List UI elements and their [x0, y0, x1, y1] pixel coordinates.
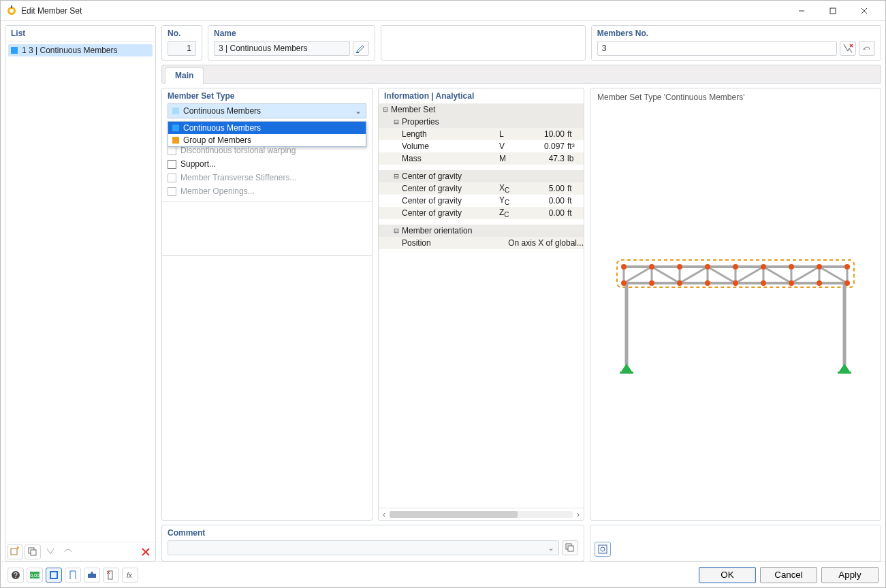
no-field[interactable]: 1 — [168, 41, 196, 56]
type-subpanel-2 — [162, 255, 372, 520]
svg-line-32 — [763, 267, 791, 283]
top-fields: No. 1 Name 3 | Continuous Members Member… — [161, 25, 881, 61]
no-value: 1 — [187, 44, 191, 53]
copy-item-button[interactable] — [25, 544, 41, 559]
dropdown-option-group[interactable]: Group of Members — [168, 134, 366, 146]
scroll-left-icon[interactable]: ‹ — [379, 510, 390, 519]
group-name: Name 3 | Continuous Members — [208, 25, 375, 61]
svg-line-30 — [708, 267, 735, 283]
svg-point-44 — [705, 264, 710, 270]
tree-node-cog[interactable]: ⊟Center of gravity — [379, 170, 584, 182]
svg-point-52 — [677, 280, 682, 286]
svg-rect-9 — [31, 550, 36, 555]
svg-point-47 — [789, 264, 794, 270]
svg-point-49 — [844, 264, 850, 270]
list-item[interactable]: 1 3 | Continuous Members — [8, 44, 153, 56]
name-field[interactable]: 3 | Continuous Members — [214, 41, 350, 56]
collapse-icon[interactable]: ⊟ — [381, 105, 390, 114]
svg-rect-4 — [830, 8, 836, 14]
list-header: List — [5, 26, 155, 42]
svg-line-29 — [680, 267, 708, 283]
dropdown-option-label: Continuous Members — [183, 123, 261, 133]
svg-line-31 — [735, 267, 763, 283]
footer-btn-3[interactable] — [46, 568, 62, 583]
collapse-icon[interactable]: ⊟ — [392, 226, 400, 235]
svg-text:?: ? — [14, 572, 18, 579]
svg-rect-61 — [599, 545, 607, 553]
footer-btn-4[interactable] — [65, 568, 81, 583]
footer-btn-7[interactable]: fx — [122, 568, 138, 583]
cancel-button[interactable]: Cancel — [760, 567, 817, 583]
svg-point-58 — [844, 280, 850, 286]
members-field[interactable]: 3 — [597, 41, 837, 56]
new-item-button[interactable] — [7, 544, 23, 559]
type-dropdown[interactable]: Continuous Members Group of Members — [168, 121, 366, 147]
footer-btn-6[interactable] — [103, 568, 119, 583]
preview-area[interactable] — [590, 106, 881, 520]
svg-point-1 — [10, 9, 14, 13]
info-title: Information | Analytical — [379, 88, 584, 103]
window-title: Edit Member Set — [21, 6, 786, 16]
checkbox-icon — [168, 174, 176, 182]
dropdown-option-label: Group of Members — [183, 135, 251, 145]
maximize-button[interactable] — [817, 1, 849, 20]
units-button[interactable]: 0,00 — [27, 568, 43, 583]
name-value: 3 | Continuous Members — [219, 44, 308, 53]
collapse-icon[interactable]: ⊟ — [392, 117, 400, 127]
delete-item-button[interactable] — [138, 544, 154, 559]
svg-point-45 — [733, 264, 738, 270]
info-tree[interactable]: ⊟Member Set ⊟Properties LengthL10.00ft V… — [379, 103, 584, 508]
group-comment: Comment ⌄ — [161, 525, 584, 561]
toolbar-btn-4[interactable] — [60, 544, 76, 559]
svg-point-42 — [649, 264, 654, 270]
edit-name-button[interactable] — [353, 41, 369, 56]
scroll-thumb[interactable] — [390, 511, 518, 518]
toolbar-btn-3[interactable] — [42, 544, 59, 559]
group-blank — [381, 25, 586, 61]
dropdown-option-continuous[interactable]: Continuous Members — [168, 122, 366, 134]
ok-button[interactable]: OK — [699, 567, 756, 583]
prop-position: PositionOn axis X of global... — [379, 237, 584, 249]
list-tree[interactable]: 1 3 | Continuous Members — [5, 42, 155, 542]
svg-marker-72 — [91, 571, 93, 574]
svg-line-33 — [791, 267, 819, 283]
reverse-members-button[interactable] — [859, 41, 875, 56]
check-label: Member Transverse Stiffeners... — [180, 173, 297, 182]
tab-main[interactable]: Main — [165, 67, 204, 84]
comment-label: Comment — [168, 528, 578, 538]
minimize-button[interactable] — [786, 1, 817, 20]
footer-btn-5[interactable] — [84, 568, 100, 583]
svg-text:fx: fx — [127, 572, 133, 579]
prop-volume: VolumeV0.097ft³ — [379, 140, 584, 152]
comment-field[interactable]: ⌄ — [168, 540, 559, 555]
check-support[interactable]: Support... — [168, 159, 366, 169]
apply-button[interactable]: Apply — [821, 567, 879, 583]
tree-node-member-set[interactable]: ⊟Member Set — [379, 103, 584, 116]
pick-members-button[interactable] — [840, 41, 856, 56]
svg-point-62 — [601, 547, 605, 551]
svg-rect-71 — [88, 574, 96, 578]
chevron-down-icon: ⌄ — [548, 543, 554, 553]
scroll-right-icon[interactable]: › — [573, 510, 584, 519]
window-controls — [786, 1, 880, 20]
svg-point-51 — [649, 280, 654, 286]
comment-library-button[interactable] — [562, 540, 578, 555]
info-scrollbar[interactable]: ‹ › — [379, 508, 584, 520]
collapse-icon[interactable]: ⊟ — [392, 172, 400, 181]
svg-rect-40 — [838, 372, 851, 374]
svg-text:0,00: 0,00 — [30, 573, 39, 578]
type-combo[interactable]: Continuous Members ⌄ — [168, 103, 366, 118]
check-label: Discontinuous torsional warping — [180, 146, 296, 155]
tree-node-orientation[interactable]: ⊟Member orientation — [379, 225, 584, 237]
info-panel: Information | Analytical ⊟Member Set ⊟Pr… — [378, 88, 584, 521]
tree-label: Center of gravity — [402, 172, 584, 181]
close-button[interactable] — [849, 1, 880, 20]
tree-label: Member orientation — [402, 226, 584, 235]
scroll-track[interactable] — [390, 511, 573, 518]
tree-node-properties[interactable]: ⊟Properties — [379, 116, 584, 128]
color-chip-icon — [11, 47, 18, 54]
view-settings-button[interactable] — [595, 542, 611, 557]
help-button[interactable]: ? — [7, 568, 24, 583]
svg-point-43 — [677, 264, 682, 270]
type-combo-value: Continuous Members — [183, 106, 261, 116]
